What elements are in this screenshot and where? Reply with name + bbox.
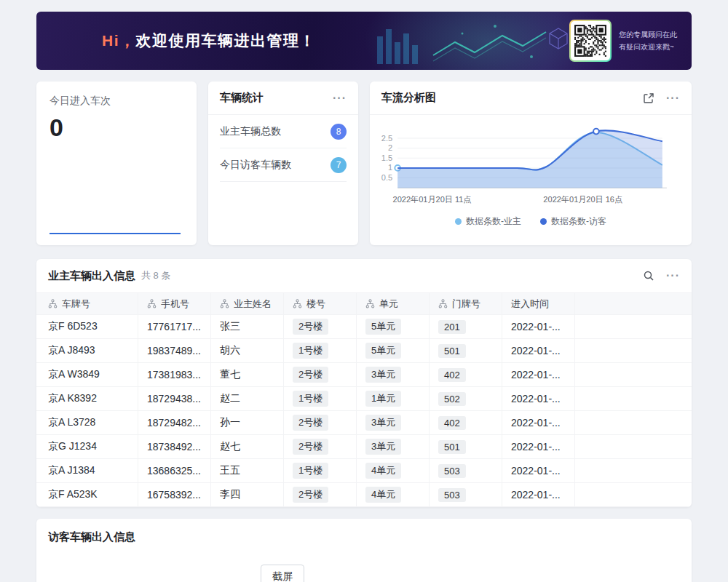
- flow-chart-actions: ···: [643, 92, 680, 104]
- table-cell: 李四: [211, 483, 284, 507]
- tag: 502: [438, 392, 466, 406]
- partial-button[interactable]: 截屏: [261, 565, 304, 582]
- today-entries-title: 今日进入车次: [50, 95, 183, 108]
- table-cell: 2号楼: [284, 435, 357, 459]
- more-icon[interactable]: ···: [666, 92, 680, 104]
- search-icon[interactable]: [643, 270, 654, 282]
- more-icon[interactable]: ···: [666, 270, 680, 282]
- stat-count-badge: 7: [331, 157, 347, 173]
- legend-dot: [455, 218, 462, 225]
- column-header[interactable]: 进入时间: [502, 293, 575, 315]
- tag: 201: [438, 320, 466, 334]
- vehicle-stats-title: 车辆统计: [220, 91, 264, 105]
- vehicle-stats-card: 车辆统计 ··· 业主车辆总数8今日访客车辆数7: [208, 81, 358, 245]
- table-cell: 京F A523K: [36, 483, 138, 507]
- summary-cards-row: 今日进入车次 0 车辆统计 ··· 业主车辆总数8今日访客车辆数7 车流分析图: [36, 81, 692, 245]
- table-cell: 503: [430, 483, 502, 507]
- table-row[interactable]: 京A J138413686325...王五1号楼4单元5032022-01-..…: [36, 459, 692, 483]
- owner-table-title: 业主车辆出入信息: [48, 269, 135, 283]
- table-cell: 2022-01-...: [502, 435, 575, 459]
- table-row[interactable]: 京A W384917381983...董七2号楼3单元4022022-01-..…: [36, 363, 692, 387]
- column-header-label: 车牌号: [62, 298, 90, 311]
- table-cell: 京A L3728: [36, 411, 138, 435]
- visitor-table-card: 访客车辆出入信息 截屏: [36, 519, 692, 582]
- table-row[interactable]: 京G J123418738492...赵七2号楼3单元5012022-01-..…: [36, 435, 692, 459]
- table-cell: 502: [430, 387, 502, 411]
- table-row[interactable]: 京A L372818729482...孙一2号楼3单元4022022-01-..…: [36, 411, 692, 435]
- owner-table: 车牌号手机号业主姓名楼号单元门牌号进入时间京F 6D52317761717...…: [36, 292, 692, 507]
- filler-cell: [575, 315, 692, 339]
- visitor-table-title: 访客车辆出入信息: [48, 530, 680, 544]
- table-row[interactable]: 京A K839218729438...赵二1号楼1单元5022022-01-..…: [36, 387, 692, 411]
- export-icon[interactable]: [643, 92, 654, 104]
- table-cell: 1单元: [357, 387, 430, 411]
- qr-caption-line1: 您的专属顾问在此: [619, 28, 677, 41]
- tag: 3单元: [365, 415, 401, 431]
- branch-icon: [438, 299, 448, 308]
- flow-chart-card: 车流分析图 ··· 0.511.522.52022年01月20日 11点2022…: [370, 81, 692, 245]
- table-row[interactable]: 京F 6D52317761717...张三2号楼5单元2012022-01-..…: [36, 315, 692, 339]
- table-cell: 501: [430, 339, 502, 363]
- legend-item[interactable]: 数据条数-业主: [455, 215, 521, 228]
- filler-cell: [575, 293, 692, 315]
- stat-label: 今日访客车辆数: [220, 159, 291, 172]
- filler-cell: [575, 483, 692, 507]
- svg-text:2022年01月20日 11点: 2022年01月20日 11点: [393, 195, 472, 204]
- tag: 3单元: [365, 367, 401, 383]
- owner-table-actions: ···: [643, 270, 680, 282]
- column-header[interactable]: 楼号: [284, 293, 357, 315]
- column-header[interactable]: 门牌号: [430, 293, 502, 315]
- table-cell: 京A J1384: [36, 459, 138, 483]
- table-cell: 2号楼: [284, 483, 357, 507]
- column-header[interactable]: 单元: [357, 293, 430, 315]
- table-cell: 孙一: [211, 411, 284, 435]
- tag: 2号楼: [293, 415, 328, 431]
- tag: 2号楼: [293, 439, 328, 455]
- today-entries-sparkline: [50, 233, 181, 234]
- table-cell: 1号楼: [284, 387, 357, 411]
- column-header[interactable]: 车牌号: [36, 293, 138, 315]
- owner-table-card: 业主车辆出入信息 共 8 条 ··· 车牌号手机号业主姓名楼号单元门牌号进入时间…: [36, 259, 692, 507]
- column-header-label: 楼号: [306, 298, 325, 311]
- table-cell: 赵七: [211, 435, 284, 459]
- filler-cell: [575, 387, 692, 411]
- branch-icon: [365, 299, 375, 308]
- tag: 3单元: [365, 439, 401, 455]
- svg-text:2: 2: [388, 143, 392, 152]
- legend-item[interactable]: 数据条数-访客: [540, 215, 606, 228]
- table-cell: 3单元: [357, 411, 430, 435]
- tag: 1号楼: [293, 343, 328, 359]
- table-cell: 17381983...: [138, 363, 211, 387]
- filler-cell: [575, 435, 692, 459]
- column-header-label: 进入时间: [511, 298, 549, 311]
- column-header-label: 单元: [379, 298, 398, 311]
- tag: 5单元: [365, 343, 401, 359]
- tag: 1单元: [365, 391, 401, 407]
- banner-greeting-prefix: Hi，: [102, 32, 136, 49]
- more-icon[interactable]: ···: [333, 92, 347, 104]
- svg-text:1: 1: [388, 163, 392, 172]
- table-cell: 京G J1234: [36, 435, 138, 459]
- tag: 5单元: [365, 319, 401, 335]
- table-cell: 1号楼: [284, 339, 357, 363]
- vehicle-stat-item: 今日访客车辆数7: [220, 148, 347, 182]
- flow-line-chart: 0.511.522.52022年01月20日 11点2022年01月20日 16…: [370, 118, 692, 211]
- table-cell: 501: [430, 435, 502, 459]
- table-cell: 胡六: [211, 339, 284, 363]
- table-cell: 19837489...: [138, 339, 211, 363]
- table-cell: 3单元: [357, 363, 430, 387]
- table-cell: 董七: [211, 363, 284, 387]
- column-header[interactable]: 业主姓名: [211, 293, 284, 315]
- chart-legend: 数据条数-业主数据条数-访客: [370, 215, 692, 228]
- table-cell: 2022-01-...: [502, 387, 575, 411]
- tag: 4单元: [365, 463, 401, 479]
- tag: 501: [438, 344, 466, 358]
- column-header-label: 门牌号: [452, 298, 480, 311]
- filler-cell: [575, 411, 692, 435]
- legend-label: 数据条数-访客: [551, 215, 606, 228]
- table-row[interactable]: 京F A523K16758392...李四2号楼4单元5032022-01-..…: [36, 483, 692, 507]
- banner-title: Hi，欢迎使用车辆进出管理！: [102, 31, 316, 51]
- table-cell: 4单元: [357, 459, 430, 483]
- table-row[interactable]: 京A J849319837489...胡六1号楼5单元5012022-01-..…: [36, 339, 692, 363]
- column-header[interactable]: 手机号: [138, 293, 211, 315]
